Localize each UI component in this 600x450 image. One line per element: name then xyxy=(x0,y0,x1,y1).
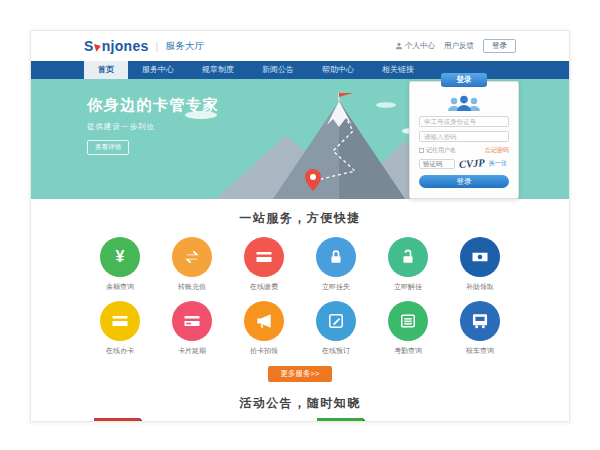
service-label: 在线预订 xyxy=(300,346,372,356)
list-icon[interactable] xyxy=(388,301,428,341)
captcha-input[interactable] xyxy=(419,159,455,169)
service-label: 在线办卡 xyxy=(84,346,156,356)
services-section: 一站服务，方便快捷 ¥ 余额查询 转账充值 在线缴费 xyxy=(31,199,569,382)
forgot-password-link[interactable]: 忘记密码 xyxy=(485,146,509,155)
nav-item-links[interactable]: 相关链接 xyxy=(368,61,428,79)
service-item-card-renew[interactable]: 卡片延期 xyxy=(156,301,228,356)
login-submit-button[interactable]: 登录 xyxy=(419,175,509,188)
services-grid: ¥ 余额查询 转账充值 在线缴费 立即挂失 xyxy=(84,237,516,356)
user-feedback-link[interactable]: 用户反馈 xyxy=(444,41,474,51)
service-item-subsidy[interactable]: 补助领取 xyxy=(444,237,516,292)
header-login-button[interactable]: 登录 xyxy=(483,39,516,53)
service-item-transfer[interactable]: 转账充值 xyxy=(156,237,228,292)
service-label: 拾卡招领 xyxy=(228,346,300,356)
personal-center-link[interactable]: 个人中心 xyxy=(395,41,435,51)
service-item-pay[interactable]: 在线缴费 xyxy=(228,237,300,292)
user-feedback-label: 用户反馈 xyxy=(444,41,474,51)
announcements-section: 活动公告，随时知晓 使用流程 最新公告 更多>> 使用指南 更多>> xyxy=(31,382,569,422)
banknote-icon[interactable] xyxy=(460,237,500,277)
yen-glyph: ¥ xyxy=(116,249,125,265)
person-icon xyxy=(395,42,403,50)
hero-detail-button[interactable]: 查看详情 xyxy=(87,140,129,155)
banknote-glyph xyxy=(470,247,490,267)
logo-divider: | xyxy=(156,41,159,52)
nav-item-home[interactable]: 首页 xyxy=(84,61,128,79)
logo-arrow-icon xyxy=(94,42,102,51)
unlock-icon[interactable] xyxy=(388,237,428,277)
service-item-balance[interactable]: ¥ 余额查询 xyxy=(84,237,156,292)
service-label: 立即解挂 xyxy=(372,282,444,292)
hero-subtitle: 提供建设一步到位 xyxy=(87,122,219,132)
edit-glyph xyxy=(326,311,346,331)
tab-usage-process[interactable]: 使用流程 xyxy=(94,418,140,422)
service-label: 立即挂失 xyxy=(300,282,372,292)
captcha-image[interactable]: CVJP xyxy=(459,157,485,170)
logo-text-rest: njones xyxy=(102,38,149,54)
service-item-report-loss[interactable]: 立即挂失 xyxy=(300,237,372,292)
refresh-captcha-link[interactable]: 换一张 xyxy=(489,159,507,168)
bank-card-icon[interactable] xyxy=(244,237,284,277)
personal-center-label: 个人中心 xyxy=(405,41,435,51)
unlock-glyph xyxy=(398,247,418,267)
header: Snjones | 服务大厅 个人中心 用户反馈 登录 xyxy=(31,31,569,61)
list-glyph xyxy=(398,311,418,331)
megaphone-icon[interactable] xyxy=(244,301,284,341)
nav-item-help[interactable]: 帮助中心 xyxy=(308,61,368,79)
service-item-school-bus[interactable]: 校车查询 xyxy=(444,301,516,356)
service-label: 转账充值 xyxy=(156,282,228,292)
service-label: 校车查询 xyxy=(444,346,516,356)
remember-checkbox[interactable] xyxy=(419,148,424,153)
service-item-new-card[interactable]: 在线办卡 xyxy=(84,301,156,356)
logo-text-first: S xyxy=(84,38,94,54)
login-panel: 登录 记住用户名 忘记密码 CVJP 换一张 登录 xyxy=(409,81,519,199)
service-label: 卡片延期 xyxy=(156,346,228,356)
service-item-lost-found[interactable]: 拾卡招领 xyxy=(228,301,300,356)
login-tab[interactable]: 登录 xyxy=(441,73,487,87)
service-label: 考勤查询 xyxy=(372,346,444,356)
service-label: 余额查询 xyxy=(84,282,156,292)
service-item-booking[interactable]: 在线预订 xyxy=(300,301,372,356)
main-nav: 首页 服务中心 规章制度 新闻公告 帮助中心 相关链接 xyxy=(31,61,569,79)
bus-glyph xyxy=(470,311,490,331)
logo[interactable]: Snjones | 服务大厅 xyxy=(84,38,205,54)
service-item-unfreeze[interactable]: 立即解挂 xyxy=(372,237,444,292)
nav-item-service-center[interactable]: 服务中心 xyxy=(128,61,188,79)
service-label: 补助领取 xyxy=(444,282,516,292)
announcements-title: 活动公告，随时知晓 xyxy=(31,395,569,412)
lock-icon[interactable] xyxy=(316,237,356,277)
services-title: 一站服务，方便快捷 xyxy=(31,210,569,227)
new-card-icon[interactable] xyxy=(100,301,140,341)
card-glyph xyxy=(254,247,274,267)
site-name: 服务大厅 xyxy=(165,40,204,53)
hero-text: 你身边的卡管专家 提供建设一步到位 查看详情 xyxy=(87,96,219,155)
tab-usage-guide[interactable]: 使用指南 xyxy=(317,418,363,422)
transfer-icon[interactable] xyxy=(172,237,212,277)
remember-row: 记住用户名 忘记密码 xyxy=(419,146,509,155)
nav-item-news[interactable]: 新闻公告 xyxy=(248,61,308,79)
nav-item-rules[interactable]: 规章制度 xyxy=(188,61,248,79)
captcha-row: CVJP 换一张 xyxy=(419,158,509,169)
edit-icon[interactable] xyxy=(316,301,356,341)
lock-glyph xyxy=(326,247,346,267)
users-icon xyxy=(446,95,482,112)
yen-icon[interactable]: ¥ xyxy=(100,237,140,277)
card-renew-icon[interactable] xyxy=(172,301,212,341)
service-label: 在线缴费 xyxy=(228,282,300,292)
service-item-attendance[interactable]: 考勤查询 xyxy=(372,301,444,356)
transfer-arrows-glyph xyxy=(182,247,202,267)
header-links: 个人中心 用户反馈 登录 xyxy=(395,39,516,53)
username-input[interactable] xyxy=(419,116,509,127)
card-glyph xyxy=(110,311,130,331)
portal-page: Snjones | 服务大厅 个人中心 用户反馈 登录 首页 服务中心 规章制度… xyxy=(30,30,570,422)
password-input[interactable] xyxy=(419,131,509,142)
more-services-button[interactable]: 更多服务>> xyxy=(268,366,333,382)
card-glyph xyxy=(182,311,202,331)
hero-title: 你身边的卡管专家 xyxy=(87,96,219,115)
megaphone-glyph xyxy=(254,311,274,331)
bus-icon[interactable] xyxy=(460,301,500,341)
remember-label: 记住用户名 xyxy=(426,146,456,155)
